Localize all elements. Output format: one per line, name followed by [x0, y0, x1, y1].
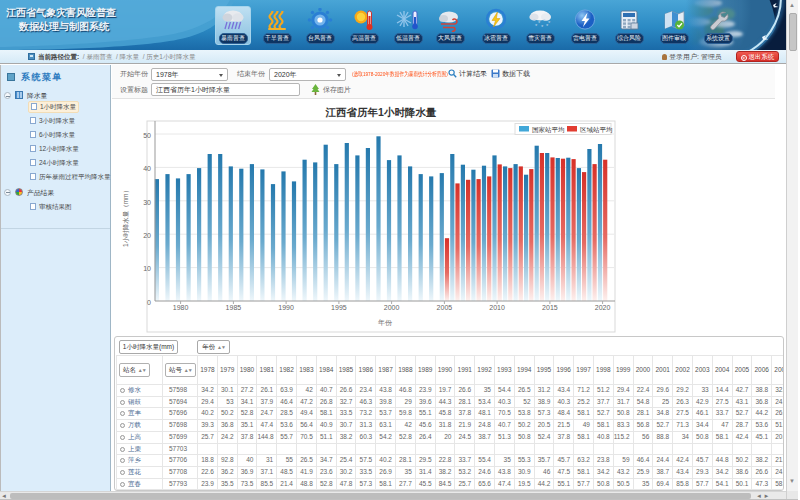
svg-text:1995: 1995: [331, 304, 347, 311]
svg-text:2000: 2000: [384, 304, 400, 311]
svg-text:10: 10: [143, 265, 151, 272]
svg-text:1980: 1980: [173, 304, 189, 311]
svg-text:20: 20: [143, 232, 151, 239]
svg-text:1小时降水量（mm）: 1小时降水量（mm）: [122, 187, 130, 247]
svg-text:国家站平均: 国家站平均: [532, 126, 565, 134]
svg-text:30: 30: [143, 199, 151, 206]
svg-text:1985: 1985: [226, 304, 242, 311]
svg-text:0: 0: [147, 299, 151, 306]
svg-text:区域站平均: 区域站平均: [580, 126, 613, 134]
svg-text:2010: 2010: [489, 304, 505, 311]
svg-text:1990: 1990: [278, 304, 294, 311]
svg-text:2020: 2020: [595, 304, 611, 311]
svg-text:*: *: [541, 24, 544, 30]
svg-text:50: 50: [143, 132, 151, 139]
svg-text:年份: 年份: [378, 319, 393, 327]
svg-text:*: *: [548, 20, 551, 26]
svg-text:40: 40: [143, 165, 151, 172]
svg-text:2015: 2015: [542, 304, 558, 311]
svg-text:2005: 2005: [437, 304, 453, 311]
